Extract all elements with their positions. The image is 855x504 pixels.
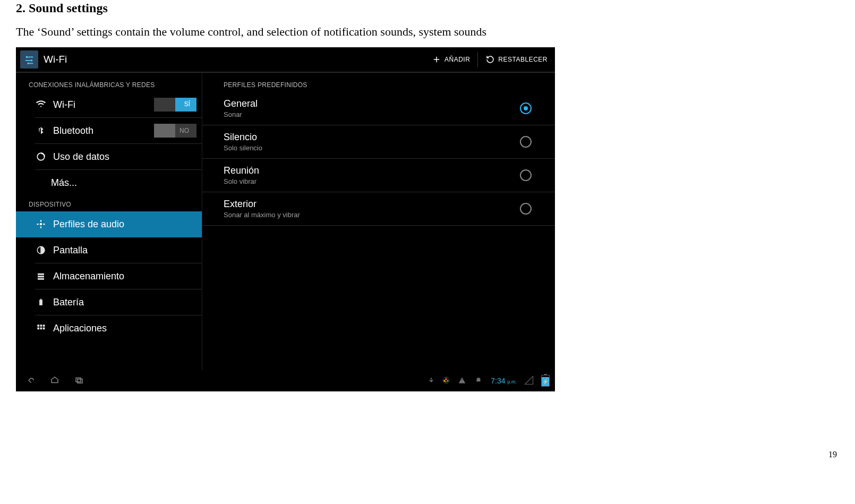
sidebar-item-display[interactable]: Pantalla <box>35 237 202 263</box>
profile-radio[interactable] <box>520 169 532 181</box>
back-nav-icon[interactable] <box>24 375 36 387</box>
system-navbar: 7:34 p.m. ⚡ <box>16 370 555 391</box>
android-icon <box>474 377 483 386</box>
sidebar-item-label: Aplicaciones <box>53 323 196 334</box>
profile-subtitle: Solo silencio <box>224 144 520 152</box>
sidebar-group-device: DISPOSITIVO <box>16 195 202 211</box>
statusbar-ampm: p.m. <box>507 379 517 385</box>
battery-icon <box>33 297 49 307</box>
wifi-toggle-text: SÍ <box>184 100 190 108</box>
sidebar-group-wireless: CONEXIONES INALÁMBRICAS Y REDES <box>16 76 202 92</box>
warning-icon <box>458 376 466 386</box>
svg-point-4 <box>27 63 29 65</box>
profile-row[interactable]: ReuniónSolo vibrar <box>202 159 555 192</box>
wifi-toggle[interactable]: SÍ <box>154 98 196 112</box>
sidebar-item-apps[interactable]: Aplicaciones <box>35 315 202 341</box>
settings-app-icon <box>20 50 38 69</box>
signal-icon <box>524 375 534 387</box>
reset-button-label: RESTABLECER <box>498 56 548 63</box>
profile-radio[interactable] <box>520 102 532 114</box>
sidebar-item-storage[interactable]: Almacenamiento <box>35 263 202 289</box>
profile-subtitle: Sonar al máximo y vibrar <box>224 211 520 219</box>
sidebar-item-label: Wi-Fi <box>53 99 154 110</box>
recents-nav-icon[interactable] <box>73 375 85 387</box>
storage-icon <box>33 271 49 281</box>
svg-rect-9 <box>38 274 44 275</box>
aperture-icon <box>442 376 450 386</box>
profile-row[interactable]: SilencioSolo silencio <box>202 125 555 159</box>
wifi-icon <box>33 99 49 110</box>
display-icon <box>33 245 49 255</box>
bluetooth-icon <box>33 125 49 136</box>
profile-title: Reunión <box>224 165 520 176</box>
svg-rect-12 <box>39 300 42 305</box>
svg-rect-13 <box>40 299 41 300</box>
sidebar-item-more[interactable]: Más... <box>35 170 202 195</box>
add-button[interactable]: AÑADIR <box>424 47 477 72</box>
profile-subtitle: Solo vibrar <box>224 177 520 185</box>
svg-rect-10 <box>38 276 44 277</box>
sidebar-item-data-usage[interactable]: Uso de datos <box>35 144 202 170</box>
bluetooth-toggle-text: NO <box>179 127 189 134</box>
apps-icon <box>33 323 49 333</box>
svg-rect-21 <box>78 379 82 383</box>
profile-row[interactable]: ExteriorSonar al máximo y vibrar <box>202 192 555 226</box>
sidebar-item-battery[interactable]: Batería <box>35 289 202 315</box>
svg-rect-16 <box>43 324 45 327</box>
section-paragraph: The ‘Sound’ settings contain the volume … <box>16 25 839 39</box>
profiles-header: PERFILES PREDEFINIDOS <box>202 76 555 92</box>
svg-rect-20 <box>76 378 81 382</box>
bluetooth-toggle[interactable]: NO <box>154 124 196 138</box>
settings-sidebar: CONEXIONES INALÁMBRICAS Y REDES Wi-Fi SÍ <box>16 73 202 370</box>
profile-row[interactable]: GeneralSonar <box>202 92 555 125</box>
profiles-panel: PERFILES PREDEFINIDOS GeneralSonarSilenc… <box>202 73 555 370</box>
sidebar-item-label: Pantalla <box>53 245 196 256</box>
svg-rect-17 <box>37 328 39 330</box>
sidebar-item-label: Almacenamiento <box>53 271 196 282</box>
svg-rect-11 <box>38 278 44 280</box>
svg-point-23 <box>477 379 478 379</box>
svg-point-24 <box>479 379 480 379</box>
page-number: 19 <box>0 391 855 464</box>
sidebar-item-audio-profiles[interactable]: Perfiles de audio <box>16 211 202 237</box>
usb-icon <box>428 375 434 387</box>
audio-profiles-icon <box>33 219 49 229</box>
sidebar-item-bluetooth[interactable]: Bluetooth NO <box>35 118 202 144</box>
statusbar-clock: 7:34 <box>491 377 505 385</box>
svg-point-2 <box>31 59 33 62</box>
add-button-label: AÑADIR <box>444 56 470 63</box>
svg-rect-18 <box>40 328 42 330</box>
header-bar: Wi-Fi AÑADIR RESTABLECER <box>16 47 555 73</box>
android-settings-screenshot: Wi-Fi AÑADIR RESTABLECER CONEXIONES INAL… <box>16 47 555 391</box>
sidebar-item-label: Perfiles de audio <box>53 219 196 230</box>
profile-title: Exterior <box>224 199 520 210</box>
profile-subtitle: Sonar <box>224 110 520 118</box>
profile-radio[interactable] <box>520 203 532 215</box>
section-heading: 2. Sound settings <box>16 1 839 15</box>
sidebar-item-wifi[interactable]: Wi-Fi SÍ <box>35 92 202 118</box>
header-title: Wi-Fi <box>44 54 424 65</box>
profile-title: Silencio <box>224 132 520 143</box>
svg-point-0 <box>26 56 28 58</box>
svg-rect-15 <box>40 324 42 327</box>
sidebar-item-label: Bluetooth <box>53 125 154 136</box>
sidebar-item-label: Uso de datos <box>53 151 196 163</box>
data-usage-icon <box>33 152 49 161</box>
home-nav-icon[interactable] <box>49 375 61 387</box>
sidebar-item-label: Batería <box>53 297 196 308</box>
svg-rect-19 <box>43 328 45 330</box>
reset-button[interactable]: RESTABLECER <box>478 47 555 72</box>
profile-title: General <box>224 98 520 109</box>
sidebar-item-label: Más... <box>51 177 196 189</box>
battery-status-icon: ⚡ <box>541 375 550 387</box>
svg-point-7 <box>40 223 42 226</box>
profile-radio[interactable] <box>520 136 532 148</box>
svg-rect-14 <box>37 324 39 327</box>
